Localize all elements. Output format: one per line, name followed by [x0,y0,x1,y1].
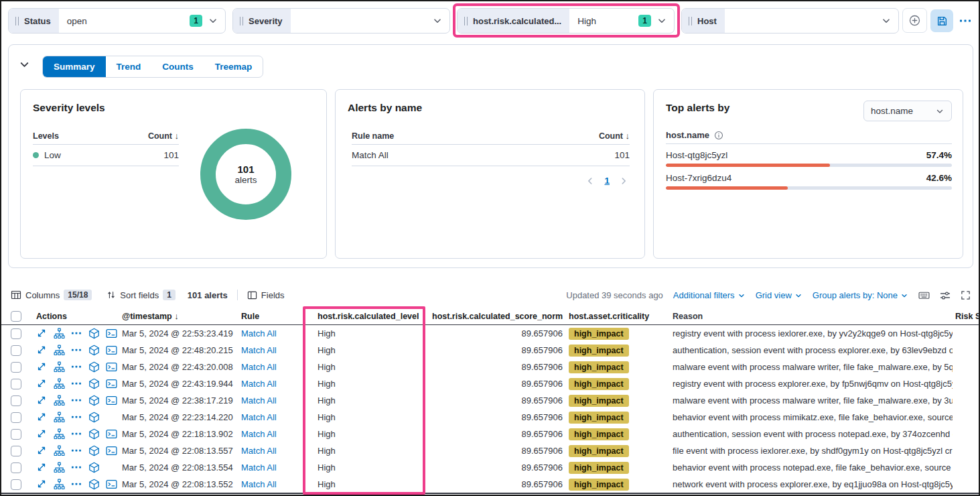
investigate-in-timeline-icon[interactable] [88,345,100,356]
row-checkbox[interactable] [11,429,21,440]
columns-button[interactable]: Columns 15/18 [11,290,92,300]
page-number[interactable]: 1 [604,176,610,186]
expand-alert-icon[interactable] [36,378,48,389]
more-actions-icon[interactable] [71,479,82,490]
filter-pill-status[interactable]: Status open 1 [8,8,226,34]
drag-handle-icon[interactable] [464,17,468,25]
next-page-icon[interactable] [619,176,628,186]
row-checkbox[interactable] [11,362,21,373]
row-checkbox[interactable] [11,462,21,473]
filter-pill-host[interactable]: Host [681,8,899,34]
analyze-event-icon[interactable] [54,345,65,356]
analyze-event-icon[interactable] [54,428,65,440]
rule-link[interactable]: Match All [241,379,277,389]
header-reason[interactable]: Reason [669,312,953,321]
drag-handle-icon[interactable] [15,17,19,25]
top-alerts-field-select[interactable]: host.name [863,101,952,121]
rule-link[interactable]: Match All [241,345,277,355]
row-checkbox[interactable] [11,379,21,389]
row-checkbox[interactable] [11,412,21,423]
open-session-view-icon[interactable] [106,445,117,456]
sort-fields-button[interactable]: Sort fields 1 [107,290,176,300]
more-actions-icon[interactable] [71,378,82,389]
expand-alert-icon[interactable] [36,361,48,373]
open-session-view-icon[interactable] [106,428,117,440]
info-icon[interactable] [714,131,723,140]
drag-handle-icon[interactable] [240,17,243,25]
chevron-down-icon[interactable] [432,15,443,26]
investigate-in-timeline-icon[interactable] [88,412,100,423]
more-actions-icon[interactable] [71,428,82,440]
fullscreen-icon[interactable] [961,290,971,300]
tab-counts[interactable]: Counts [151,56,204,77]
rule-link[interactable]: Match All [241,479,277,489]
investigate-in-timeline-icon[interactable] [88,328,100,339]
select-all-checkbox[interactable] [11,311,21,322]
display-options-icon[interactable] [940,290,951,301]
rule-link[interactable]: Match All [241,462,277,473]
analyze-event-icon[interactable] [54,412,65,423]
collapse-summary-chevron-icon[interactable] [18,58,31,71]
row-checkbox[interactable] [11,345,21,356]
column-header-count[interactable]: Count [148,131,172,141]
more-actions-icon[interactable] [71,445,82,456]
tab-treemap[interactable]: Treemap [204,56,263,77]
open-session-view-icon[interactable] [106,395,117,406]
row-checkbox[interactable] [11,328,21,339]
open-session-view-icon[interactable] [106,378,117,389]
rule-link[interactable]: Match All [241,328,277,338]
analyze-event-icon[interactable] [54,395,65,406]
previous-page-icon[interactable] [585,176,595,186]
tab-summary[interactable]: Summary [43,56,106,77]
expand-alert-icon[interactable] [36,462,48,473]
analyze-event-icon[interactable] [54,445,65,456]
keyboard-shortcuts-icon[interactable] [918,290,930,301]
more-actions-icon[interactable] [71,345,82,356]
add-filter-button[interactable] [902,8,927,33]
drag-handle-icon[interactable] [689,17,692,25]
tab-trend[interactable]: Trend [106,56,152,77]
fields-button[interactable]: Fields [247,290,285,300]
open-session-view-icon[interactable] [106,345,117,356]
rule-link[interactable]: Match All [241,395,277,406]
expand-alert-icon[interactable] [36,328,48,339]
filter-pill-host-risk-level[interactable]: host.risk.calculated... High 1 [457,8,675,34]
query-menu-button[interactable] [957,15,973,26]
investigate-in-timeline-icon[interactable] [88,462,100,473]
analyze-event-icon[interactable] [54,328,65,339]
expand-alert-icon[interactable] [36,479,48,490]
header-timestamp[interactable]: @timestamp ↓ [122,311,241,321]
investigate-in-timeline-icon[interactable] [88,479,100,490]
header-rule[interactable]: Rule [241,312,311,321]
expand-alert-icon[interactable] [36,345,48,356]
analyze-event-icon[interactable] [54,378,65,389]
open-session-view-icon[interactable] [106,328,117,339]
header-risk-level[interactable]: host.risk.calculated_level [311,312,432,321]
investigate-in-timeline-icon[interactable] [88,428,100,440]
open-session-view-icon[interactable] [106,479,117,490]
group-alerts-by-button[interactable]: Group alerts by: None [813,290,908,300]
row-checkbox[interactable] [11,395,21,406]
analyze-event-icon[interactable] [54,361,65,373]
analyze-event-icon[interactable] [54,479,65,490]
more-actions-icon[interactable] [71,412,82,423]
more-actions-icon[interactable] [71,328,82,339]
chevron-down-icon[interactable] [656,15,667,26]
row-checkbox[interactable] [11,479,21,490]
rule-link[interactable]: Match All [241,429,277,439]
more-actions-icon[interactable] [71,462,82,473]
save-query-button[interactable] [930,9,953,32]
expand-alert-icon[interactable] [36,412,48,423]
header-criticality[interactable]: host.asset.criticality [563,312,669,321]
expand-alert-icon[interactable] [36,395,48,406]
investigate-in-timeline-icon[interactable] [88,378,100,389]
chevron-down-icon[interactable] [208,15,218,26]
grid-view-button[interactable]: Grid view [756,290,802,300]
additional-filters-button[interactable]: Additional filters [673,290,746,300]
header-risk[interactable]: Risk S [953,312,980,321]
filter-pill-severity[interactable]: Severity [232,8,450,34]
row-checkbox[interactable] [11,446,21,456]
more-actions-icon[interactable] [71,395,82,406]
header-risk-score[interactable]: host.risk.calculated_score_norm [432,312,563,321]
column-header-count[interactable]: Count [599,131,623,141]
